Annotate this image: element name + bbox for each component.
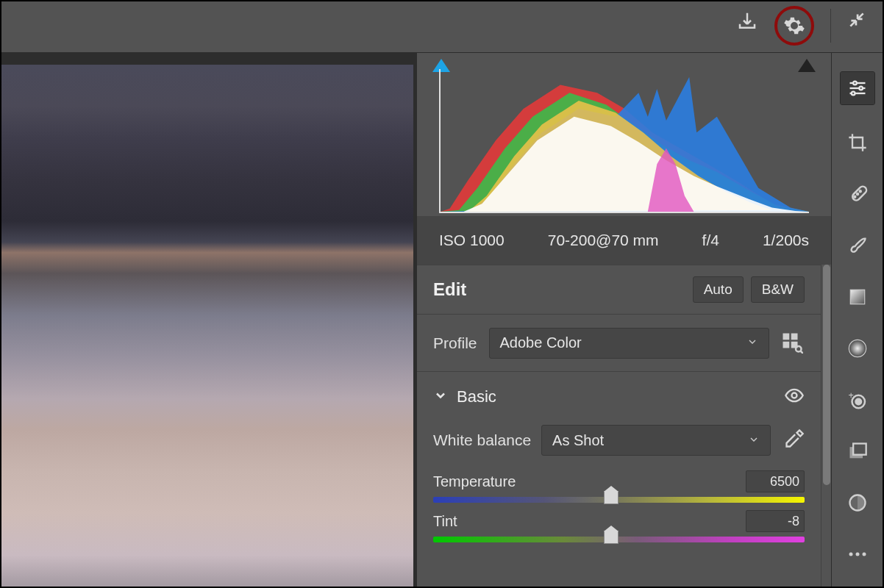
basic-label: Basic [457, 387, 496, 406]
temperature-label: Temperature [433, 473, 516, 490]
exif-iso: ISO 1000 [439, 232, 505, 249]
linear-gradient-icon[interactable] [844, 284, 871, 310]
svg-rect-2 [783, 341, 790, 348]
svg-point-10 [859, 87, 863, 90]
chevron-down-icon [746, 334, 758, 351]
svg-point-12 [851, 92, 855, 96]
temperature-slider: Temperature 6500 [433, 470, 805, 503]
temperature-value[interactable]: 6500 [746, 470, 805, 492]
snapshots-icon[interactable] [844, 438, 871, 465]
healing-icon[interactable] [844, 181, 871, 207]
histogram[interactable] [439, 69, 809, 213]
edit-header: Edit Auto B&W [417, 265, 821, 315]
white-balance-select[interactable]: As Shot [541, 425, 771, 456]
tool-rail: + [831, 53, 883, 587]
panel-scrollbar[interactable] [821, 265, 831, 587]
exif-bar: ISO 1000 70-200@70 mm f/4 1/200s [417, 216, 831, 265]
basic-header[interactable]: Basic [433, 385, 805, 409]
photo-preview [1, 65, 413, 587]
svg-rect-1 [791, 333, 798, 340]
toolbar-separator [830, 9, 831, 43]
svg-rect-17 [850, 290, 865, 304]
svg-point-6 [792, 393, 797, 398]
svg-point-28 [862, 553, 866, 556]
radial-gradient-icon[interactable] [844, 335, 871, 362]
white-balance-label: White balance [433, 431, 531, 449]
visibility-icon[interactable] [784, 385, 805, 409]
auto-button[interactable]: Auto [693, 276, 744, 303]
presets-icon[interactable] [844, 490, 871, 516]
more-icon[interactable] [844, 541, 871, 567]
svg-point-16 [859, 190, 860, 192]
profile-label: Profile [433, 334, 477, 352]
image-canvas[interactable] [1, 53, 417, 587]
exif-lens: 70-200@70 mm [548, 232, 659, 249]
redeye-icon[interactable]: + [844, 387, 871, 413]
download-icon[interactable] [736, 10, 758, 32]
svg-point-15 [857, 193, 858, 195]
svg-point-26 [849, 553, 852, 556]
gear-icon[interactable] [783, 15, 805, 37]
svg-rect-13 [851, 185, 868, 202]
scrollbar-thumb[interactable] [823, 265, 830, 485]
svg-rect-0 [783, 333, 790, 340]
svg-point-14 [854, 196, 855, 198]
edit-title: Edit [433, 279, 685, 300]
crop-icon[interactable] [844, 129, 871, 156]
temperature-track[interactable] [433, 497, 805, 503]
temperature-thumb[interactable] [604, 491, 619, 504]
profile-select[interactable]: Adobe Color [489, 328, 769, 359]
chevron-down-icon [748, 432, 760, 449]
top-toolbar [1, 1, 883, 53]
profile-row: Profile Adobe Color [417, 315, 821, 372]
tint-label: Tint [433, 513, 457, 530]
profile-browser-icon[interactable] [781, 331, 805, 355]
tint-value[interactable]: -8 [746, 510, 805, 532]
svg-rect-23 [853, 444, 866, 455]
eyedropper-icon[interactable] [784, 429, 805, 452]
basic-panel: Basic White balance As Shot [417, 372, 821, 550]
exif-aperture: f/4 [702, 232, 719, 249]
svg-line-5 [800, 351, 803, 354]
tint-track[interactable] [433, 537, 805, 542]
svg-point-8 [853, 82, 857, 85]
histogram-panel [417, 53, 831, 216]
svg-point-18 [849, 340, 866, 356]
edit-sliders-icon[interactable] [841, 72, 874, 104]
collapse-icon[interactable] [847, 10, 866, 29]
tint-slider: Tint -8 [433, 510, 805, 542]
brush-icon[interactable] [844, 232, 871, 259]
exif-shutter: 1/200s [763, 232, 809, 249]
chevron-down-icon [433, 388, 448, 406]
white-balance-value: As Shot [552, 432, 604, 449]
white-balance-row: White balance As Shot [433, 425, 805, 456]
settings-highlight [774, 6, 814, 46]
svg-point-21 [855, 399, 861, 405]
bw-button[interactable]: B&W [751, 276, 805, 303]
svg-point-27 [855, 553, 859, 556]
tint-thumb[interactable] [604, 531, 619, 544]
profile-value: Adobe Color [500, 334, 582, 351]
